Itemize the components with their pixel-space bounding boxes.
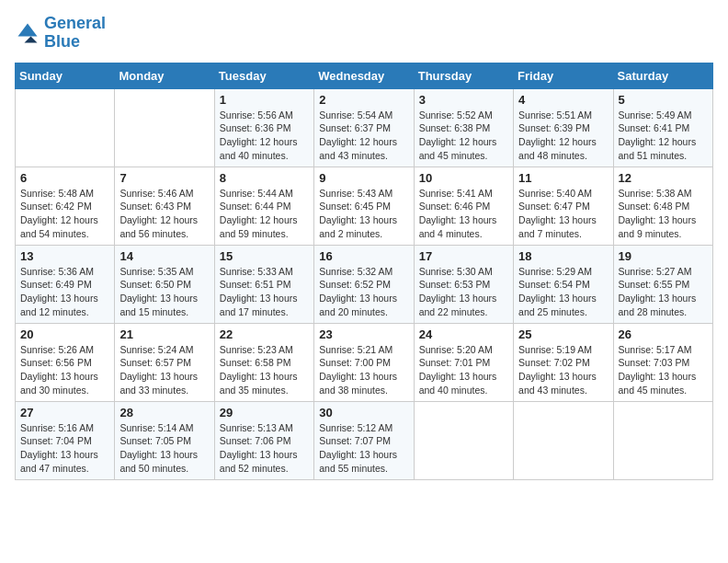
day-info: Sunrise: 5:49 AMSunset: 6:41 PMDaylight:… [619, 109, 708, 163]
day-number: 9 [319, 171, 408, 185]
day-number: 28 [119, 406, 209, 419]
logo: General Blue [15, 15, 106, 52]
calendar-cell: 19Sunrise: 5:27 AMSunset: 6:55 PMDayligh… [613, 245, 712, 323]
calendar-table: SundayMondayTuesdayWednesdayThursdayFrid… [15, 63, 713, 480]
day-info: Sunrise: 5:30 AMSunset: 6:53 PMDaylight:… [419, 265, 508, 319]
calendar-cell [414, 401, 513, 479]
calendar-cell: 17Sunrise: 5:30 AMSunset: 6:53 PMDayligh… [414, 245, 513, 323]
day-number: 30 [319, 406, 408, 419]
day-number: 4 [518, 93, 608, 107]
weekday-header-row: SundayMondayTuesdayWednesdayThursdayFrid… [16, 63, 713, 88]
calendar-cell: 23Sunrise: 5:21 AMSunset: 7:00 PMDayligh… [314, 323, 414, 401]
day-info: Sunrise: 5:56 AMSunset: 6:36 PMDaylight:… [220, 109, 309, 163]
day-info: Sunrise: 5:48 AMSunset: 6:42 PMDaylight:… [20, 187, 109, 241]
day-info: Sunrise: 5:46 AMSunset: 6:43 PMDaylight:… [119, 187, 209, 241]
day-number: 6 [20, 171, 109, 185]
day-number: 19 [619, 249, 708, 263]
calendar-week-row: 6Sunrise: 5:48 AMSunset: 6:42 PMDaylight… [16, 167, 713, 245]
calendar-cell [514, 401, 613, 479]
logo-text: General Blue [44, 15, 106, 52]
calendar-cell: 12Sunrise: 5:38 AMSunset: 6:48 PMDayligh… [613, 167, 712, 245]
day-info: Sunrise: 5:27 AMSunset: 6:55 PMDaylight:… [619, 265, 708, 319]
day-info: Sunrise: 5:54 AMSunset: 6:37 PMDaylight:… [319, 109, 408, 163]
day-info: Sunrise: 5:14 AMSunset: 7:05 PMDaylight:… [119, 421, 209, 476]
day-info: Sunrise: 5:35 AMSunset: 6:50 PMDaylight:… [119, 265, 209, 319]
day-info: Sunrise: 5:32 AMSunset: 6:52 PMDaylight:… [319, 265, 408, 319]
day-number: 8 [220, 171, 309, 185]
logo-icon [15, 20, 40, 46]
day-info: Sunrise: 5:19 AMSunset: 7:02 PMDaylight:… [518, 343, 608, 397]
day-info: Sunrise: 5:26 AMSunset: 6:56 PMDaylight:… [20, 343, 109, 397]
page-header: General Blue [15, 15, 713, 52]
weekday-header-wednesday: Wednesday [314, 63, 414, 88]
calendar-cell: 30Sunrise: 5:12 AMSunset: 7:07 PMDayligh… [314, 401, 414, 479]
day-info: Sunrise: 5:36 AMSunset: 6:49 PMDaylight:… [20, 265, 109, 319]
day-info: Sunrise: 5:17 AMSunset: 7:03 PMDaylight:… [619, 343, 708, 397]
calendar-cell: 5Sunrise: 5:49 AMSunset: 6:41 PMDaylight… [613, 88, 712, 167]
day-number: 18 [518, 249, 608, 263]
svg-marker-1 [25, 36, 38, 42]
calendar-cell: 15Sunrise: 5:33 AMSunset: 6:51 PMDayligh… [214, 245, 313, 323]
calendar-cell: 24Sunrise: 5:20 AMSunset: 7:01 PMDayligh… [414, 323, 513, 401]
day-number: 29 [220, 406, 309, 419]
day-info: Sunrise: 5:51 AMSunset: 6:39 PMDaylight:… [518, 109, 608, 163]
calendar-cell [16, 88, 115, 167]
day-info: Sunrise: 5:16 AMSunset: 7:04 PMDaylight:… [20, 421, 109, 476]
day-number: 14 [119, 249, 209, 263]
weekday-header-saturday: Saturday [613, 63, 712, 88]
calendar-cell: 16Sunrise: 5:32 AMSunset: 6:52 PMDayligh… [314, 245, 414, 323]
calendar-cell: 28Sunrise: 5:14 AMSunset: 7:05 PMDayligh… [115, 401, 214, 479]
calendar-week-row: 27Sunrise: 5:16 AMSunset: 7:04 PMDayligh… [16, 401, 713, 479]
calendar-cell: 22Sunrise: 5:23 AMSunset: 6:58 PMDayligh… [214, 323, 313, 401]
day-number: 13 [20, 249, 109, 263]
calendar-cell: 6Sunrise: 5:48 AMSunset: 6:42 PMDaylight… [16, 167, 115, 245]
day-info: Sunrise: 5:41 AMSunset: 6:46 PMDaylight:… [419, 187, 508, 241]
day-number: 3 [419, 93, 508, 107]
day-info: Sunrise: 5:12 AMSunset: 7:07 PMDaylight:… [319, 421, 408, 476]
day-info: Sunrise: 5:38 AMSunset: 6:48 PMDaylight:… [619, 187, 708, 241]
day-info: Sunrise: 5:40 AMSunset: 6:47 PMDaylight:… [518, 187, 608, 241]
day-info: Sunrise: 5:13 AMSunset: 7:06 PMDaylight:… [220, 421, 309, 476]
calendar-cell: 4Sunrise: 5:51 AMSunset: 6:39 PMDaylight… [514, 88, 613, 167]
calendar-cell: 2Sunrise: 5:54 AMSunset: 6:37 PMDaylight… [314, 88, 414, 167]
day-info: Sunrise: 5:24 AMSunset: 6:57 PMDaylight:… [119, 343, 209, 397]
calendar-cell [115, 88, 214, 167]
weekday-header-thursday: Thursday [414, 63, 513, 88]
calendar-cell: 1Sunrise: 5:56 AMSunset: 6:36 PMDaylight… [214, 88, 313, 167]
calendar-cell [613, 401, 712, 479]
day-number: 1 [220, 93, 309, 107]
calendar-cell: 7Sunrise: 5:46 AMSunset: 6:43 PMDaylight… [115, 167, 214, 245]
weekday-header-tuesday: Tuesday [214, 63, 313, 88]
day-number: 7 [119, 171, 209, 185]
day-number: 17 [419, 249, 508, 263]
calendar-week-row: 1Sunrise: 5:56 AMSunset: 6:36 PMDaylight… [16, 88, 713, 167]
day-number: 5 [619, 93, 708, 107]
calendar-cell: 18Sunrise: 5:29 AMSunset: 6:54 PMDayligh… [514, 245, 613, 323]
day-info: Sunrise: 5:29 AMSunset: 6:54 PMDaylight:… [518, 265, 608, 319]
calendar-cell: 27Sunrise: 5:16 AMSunset: 7:04 PMDayligh… [16, 401, 115, 479]
calendar-cell: 11Sunrise: 5:40 AMSunset: 6:47 PMDayligh… [514, 167, 613, 245]
calendar-week-row: 13Sunrise: 5:36 AMSunset: 6:49 PMDayligh… [16, 245, 713, 323]
day-number: 15 [220, 249, 309, 263]
day-info: Sunrise: 5:44 AMSunset: 6:44 PMDaylight:… [220, 187, 309, 241]
day-info: Sunrise: 5:52 AMSunset: 6:38 PMDaylight:… [419, 109, 508, 163]
calendar-cell: 14Sunrise: 5:35 AMSunset: 6:50 PMDayligh… [115, 245, 214, 323]
day-number: 27 [20, 406, 109, 419]
calendar-cell: 13Sunrise: 5:36 AMSunset: 6:49 PMDayligh… [16, 245, 115, 323]
weekday-header-sunday: Sunday [16, 63, 115, 88]
calendar-cell: 3Sunrise: 5:52 AMSunset: 6:38 PMDaylight… [414, 88, 513, 167]
day-number: 20 [20, 327, 109, 341]
day-number: 10 [419, 171, 508, 185]
day-info: Sunrise: 5:33 AMSunset: 6:51 PMDaylight:… [220, 265, 309, 319]
calendar-cell: 9Sunrise: 5:43 AMSunset: 6:45 PMDaylight… [314, 167, 414, 245]
weekday-header-friday: Friday [514, 63, 613, 88]
calendar-cell: 25Sunrise: 5:19 AMSunset: 7:02 PMDayligh… [514, 323, 613, 401]
day-number: 22 [220, 327, 309, 341]
day-number: 21 [119, 327, 209, 341]
day-number: 12 [619, 171, 708, 185]
svg-marker-0 [18, 23, 38, 36]
calendar-header: SundayMondayTuesdayWednesdayThursdayFrid… [16, 63, 713, 88]
day-number: 2 [319, 93, 408, 107]
calendar-cell: 26Sunrise: 5:17 AMSunset: 7:03 PMDayligh… [613, 323, 712, 401]
day-number: 23 [319, 327, 408, 341]
